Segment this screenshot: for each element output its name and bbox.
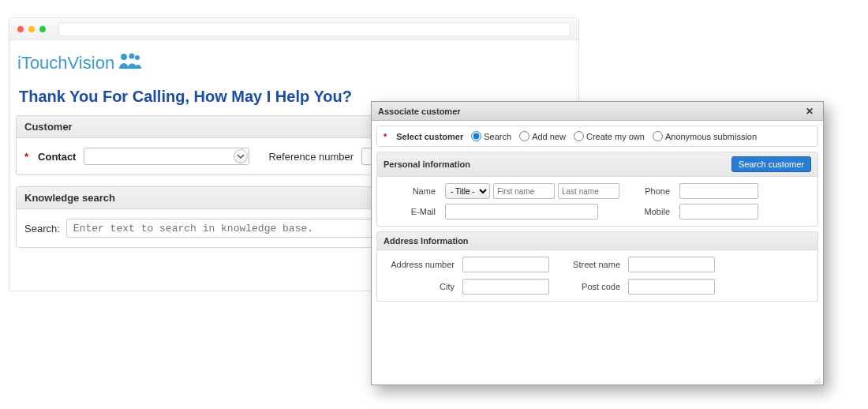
radio-create-my-own[interactable]: Create my own — [574, 131, 645, 141]
personal-info-body: Name - Title - Phone E-Mail Mobile — [376, 177, 818, 227]
contact-input[interactable] — [84, 148, 249, 165]
select-customer-panel: * Select customer Search Add new Create … — [376, 126, 818, 147]
dialog-title: Associate customer — [378, 107, 461, 116]
radio-search-label: Search — [484, 132, 511, 141]
radio-add-new-input[interactable] — [519, 131, 529, 141]
first-name-input[interactable] — [493, 183, 555, 199]
city-label: City — [383, 282, 455, 291]
logo-text: iTouchVision — [17, 53, 114, 73]
logo: iTouchVision — [16, 48, 572, 83]
reference-label: Reference number — [268, 151, 354, 163]
street-name-input[interactable] — [628, 257, 715, 272]
contact-combobox[interactable] — [84, 148, 249, 165]
resize-handle-icon[interactable] — [812, 373, 821, 383]
mobile-label: Mobile — [626, 207, 673, 216]
radio-anonymous-label: Anonymous submission — [665, 132, 757, 141]
radio-add-new-label: Add new — [532, 132, 566, 141]
address-info-title: Address Information — [383, 236, 469, 246]
svg-line-5 — [820, 383, 821, 384]
people-icon — [118, 51, 141, 75]
window-close-dot[interactable] — [17, 26, 24, 32]
address-info-body: Address number Street name City Post cod… — [376, 250, 818, 302]
required-asterisk: * — [383, 132, 387, 141]
address-number-input[interactable] — [462, 257, 549, 272]
window-minimize-dot[interactable] — [28, 26, 35, 32]
svg-point-2 — [135, 55, 140, 60]
dialog-titlebar[interactable]: Associate customer ✕ — [372, 102, 823, 121]
post-code-label: Post code — [557, 282, 620, 291]
radio-search[interactable]: Search — [471, 131, 511, 141]
post-code-input[interactable] — [628, 279, 715, 295]
address-number-label: Address number — [383, 260, 455, 269]
radio-search-input[interactable] — [471, 131, 481, 141]
city-input[interactable] — [462, 279, 549, 295]
phone-input[interactable] — [679, 183, 758, 199]
personal-info-header: Personal information Search customer — [376, 152, 818, 177]
url-bar[interactable] — [58, 22, 571, 36]
browser-titlebar — [9, 18, 578, 40]
required-asterisk: * — [24, 151, 28, 163]
associate-customer-dialog: Associate customer ✕ * Select customer S… — [371, 101, 824, 385]
name-label: Name — [383, 186, 439, 196]
title-select[interactable]: - Title - — [445, 183, 490, 199]
radio-create-my-own-label: Create my own — [586, 132, 645, 141]
svg-point-0 — [121, 54, 127, 60]
last-name-input[interactable] — [558, 183, 619, 199]
address-info-header: Address Information — [376, 231, 818, 250]
email-label: E-Mail — [383, 207, 439, 216]
knowledge-search-label: Search: — [24, 223, 60, 235]
window-zoom-dot[interactable] — [39, 26, 46, 32]
email-input[interactable] — [445, 204, 598, 220]
personal-info-title: Personal information — [383, 159, 470, 169]
search-customer-button[interactable]: Search customer — [731, 156, 811, 172]
radio-anonymous[interactable]: Anonymous submission — [653, 131, 757, 141]
radio-anonymous-input[interactable] — [653, 131, 663, 141]
mobile-input[interactable] — [679, 204, 758, 220]
svg-point-1 — [129, 54, 135, 59]
radio-create-my-own-input[interactable] — [574, 131, 584, 141]
select-customer-label: Select customer — [396, 132, 463, 141]
street-name-label: Street name — [557, 260, 620, 269]
contact-label: Contact — [38, 151, 76, 163]
phone-label: Phone — [626, 186, 673, 196]
close-icon[interactable]: ✕ — [803, 106, 817, 117]
svg-line-3 — [814, 377, 821, 384]
radio-add-new[interactable]: Add new — [519, 131, 566, 141]
